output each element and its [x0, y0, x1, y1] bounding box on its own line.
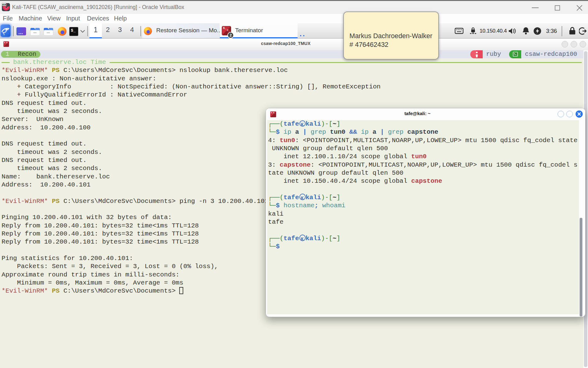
svg-text:x64: x64: [2, 3, 6, 6]
